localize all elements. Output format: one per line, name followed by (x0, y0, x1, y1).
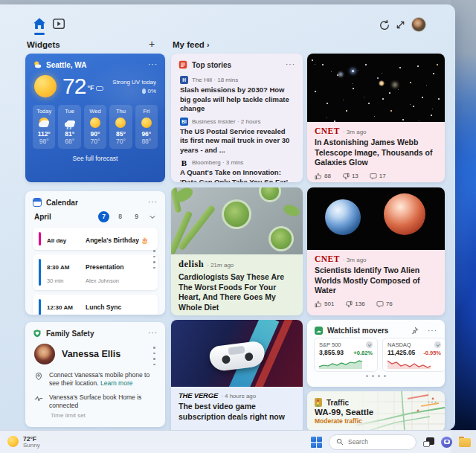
article-image-controller (171, 320, 303, 387)
like-button[interactable]: 88 (315, 173, 331, 180)
current-temp: 72 (62, 74, 86, 99)
thumbs-down-icon (342, 173, 350, 180)
home-icon (33, 17, 46, 30)
taskbar-weather-button[interactable]: 72°F Sunny (0, 435, 40, 449)
calendar-widget[interactable]: Calendar ··· April 7 8 9 All day Angela'… (25, 191, 165, 315)
file-explorer-button[interactable] (459, 438, 471, 447)
news-item[interactable]: BIBusiness Insider · 2 hours The US Post… (171, 114, 303, 155)
top-stories-card[interactable]: Top stories ··· HThe Hill · 18 mins Slas… (171, 54, 303, 182)
article-card-webb[interactable]: CNET· 3m ago In Astonishing James Webb T… (307, 54, 445, 182)
source-logo: delish (178, 259, 204, 270)
comments-button[interactable]: 17 (370, 173, 386, 180)
widgets-section-title: Widgets (27, 40, 60, 49)
traffic-status: Moderate traffic (307, 417, 445, 425)
see-full-forecast-link[interactable]: See full forecast (25, 155, 165, 162)
unit-toggle-icon[interactable] (96, 86, 103, 91)
comments-button[interactable]: 76 (376, 301, 393, 308)
weather-widget[interactable]: Seattle, WA ··· 72 °F Strong UV today 0%… (25, 54, 165, 182)
check-circle-icon[interactable] (434, 341, 441, 348)
family-member-avatar[interactable] (34, 344, 55, 364)
expand-icon (395, 19, 406, 30)
dislike-button[interactable]: 136 (345, 301, 364, 308)
start-button[interactable] (311, 437, 322, 448)
thumbs-up-icon (315, 173, 322, 180)
add-widget-button[interactable]: + (145, 37, 158, 51)
family-member-name: Vanessa Ellis (62, 349, 120, 359)
feed-section-title[interactable]: My feed › (173, 40, 210, 49)
article-card-delish[interactable]: delish· 21m ago Cardiologists Say These … (171, 187, 303, 315)
article-card-verge[interactable]: THE VERGE· 4 hours ago The best video ga… (171, 320, 303, 430)
weather-menu-button[interactable]: ··· (148, 62, 158, 67)
source-favicon: B (180, 158, 188, 167)
calendar-event[interactable]: 8:30 AM 30 min Presentation Alex Johnson (33, 254, 158, 290)
article-image-starfield (307, 54, 445, 122)
stocks-icon (315, 327, 323, 335)
top-stories-menu-button[interactable]: ··· (286, 62, 295, 67)
family-scrollbar[interactable] (153, 347, 155, 365)
task-view-button[interactable] (423, 437, 434, 447)
calendar-month: April (34, 213, 98, 221)
forecast-day[interactable]: Tue 81°68° (58, 105, 80, 149)
article-card-water[interactable]: CNET· 3m ago Scientists Identify Two Ali… (307, 187, 445, 315)
calendar-date-selected[interactable]: 7 (98, 211, 109, 222)
sun-icon (34, 75, 57, 97)
forecast-weather-icon (90, 118, 100, 128)
like-button[interactable]: 501 (315, 301, 334, 308)
family-safety-widget[interactable]: Family Safety ··· Vanessa Ellis Connect … (25, 322, 165, 427)
forecast-day[interactable]: Thu 85°70° (109, 105, 132, 149)
source-logo: THE VERGE (178, 391, 218, 399)
time-limit-status: Time limit set (25, 411, 165, 419)
calendar-event[interactable]: 12:30 AM 1h Lunch Sync Teams Meeting (33, 295, 158, 315)
watchlist-pagination-dots[interactable] (307, 375, 445, 377)
forecast-day[interactable]: Fri 96°88° (135, 105, 158, 149)
learn-more-link[interactable]: Learn more (100, 379, 132, 387)
calendar-scrollbar[interactable] (153, 250, 155, 269)
traffic-menu-button[interactable]: ··· (428, 400, 437, 405)
family-safety-title: Family Safety (46, 330, 144, 338)
news-item[interactable]: BBloomberg · 3 mins A Quant's Take on In… (171, 155, 303, 182)
search-icon (336, 438, 344, 446)
sparkline-up (319, 358, 373, 369)
search-input[interactable] (348, 438, 408, 446)
chat-button[interactable] (441, 437, 452, 448)
refresh-button[interactable] (379, 19, 392, 33)
taskbar-search[interactable] (329, 434, 416, 450)
forecast-weather-icon (141, 118, 152, 128)
forecast-day[interactable]: Today 112°98° (33, 105, 55, 149)
watchlist-widget[interactable]: Watchlist movers ··· S&P 500 3,855.93+0.… (307, 320, 445, 387)
active-tab-indicator (34, 33, 45, 35)
traffic-route: WA-99, Seattle (307, 408, 445, 417)
play-icon (52, 17, 65, 30)
pin-icon[interactable] (411, 327, 419, 335)
source-favicon: H (180, 76, 188, 84)
temp-unit: °F (87, 84, 94, 91)
check-circle-icon[interactable] (366, 341, 373, 348)
expand-button[interactable] (395, 19, 408, 33)
tab-entertainment[interactable] (52, 17, 65, 30)
family-menu-button[interactable]: ··· (148, 331, 158, 335)
stock-tile[interactable]: NASDAQ 11,425.05-0.95% (382, 338, 445, 372)
forecast-weather-icon (115, 118, 126, 128)
forecast-day[interactable]: Wed 90°70° (84, 105, 106, 149)
source-logo: CNET (315, 254, 340, 263)
traffic-widget[interactable]: Traffic ··· WA-99, Seattle Moderate traf… (307, 391, 445, 430)
dislike-button[interactable]: 13 (342, 173, 358, 180)
news-item[interactable]: HThe Hill · 18 mins Slash emissions by 2… (171, 72, 303, 114)
calendar-date[interactable]: 9 (131, 211, 142, 222)
location-pin-icon (34, 372, 43, 381)
user-avatar[interactable] (411, 17, 426, 32)
tab-home[interactable] (33, 17, 46, 30)
source-logo: CNET (315, 126, 340, 135)
article-image-planets (307, 187, 445, 250)
article-image-green-juice (171, 187, 303, 254)
family-device-row: Vanessa's Surface book Home is connected (25, 388, 165, 411)
forecast-weather-icon (39, 118, 49, 128)
calendar-event[interactable]: All day Angela's Birthday 🎂 (33, 228, 158, 250)
watchlist-menu-button[interactable]: ··· (428, 329, 437, 333)
stock-tile[interactable]: S&P 500 3,855.93+0.82% (314, 338, 378, 372)
weather-location: Seattle, WA (46, 61, 144, 69)
chevron-down-icon[interactable] (149, 213, 156, 221)
sun-icon (7, 436, 19, 447)
calendar-menu-button[interactable]: ··· (148, 200, 158, 205)
calendar-date[interactable]: 8 (115, 211, 126, 222)
